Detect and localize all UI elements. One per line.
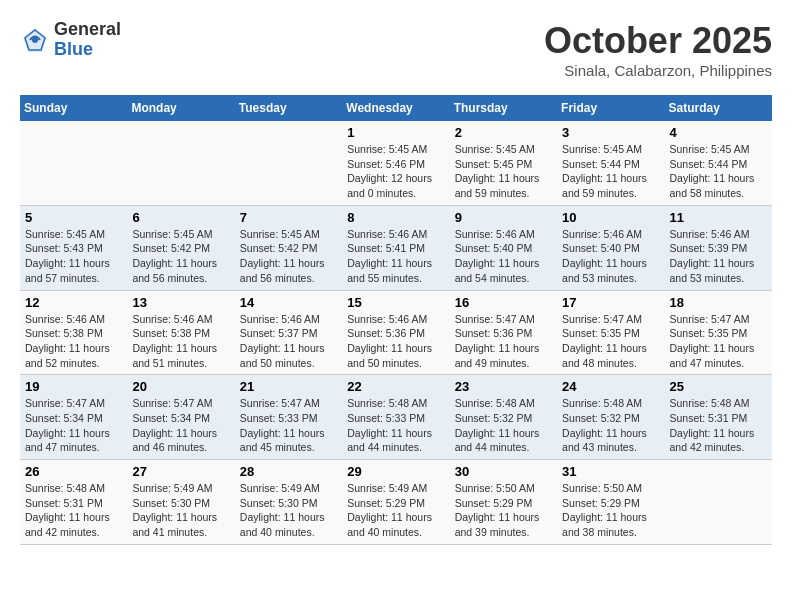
calendar-day-cell: 4Sunrise: 5:45 AM Sunset: 5:44 PM Daylig… xyxy=(665,121,772,205)
day-number: 5 xyxy=(25,210,122,225)
day-number: 2 xyxy=(455,125,552,140)
calendar-day-cell: 20Sunrise: 5:47 AM Sunset: 5:34 PM Dayli… xyxy=(127,375,234,460)
empty-day-cell xyxy=(20,121,127,205)
day-info: Sunrise: 5:46 AM Sunset: 5:40 PM Dayligh… xyxy=(562,227,659,286)
day-number: 17 xyxy=(562,295,659,310)
day-number: 13 xyxy=(132,295,229,310)
calendar-week-row: 19Sunrise: 5:47 AM Sunset: 5:34 PM Dayli… xyxy=(20,375,772,460)
calendar-day-cell: 31Sunrise: 5:50 AM Sunset: 5:29 PM Dayli… xyxy=(557,460,664,545)
day-info: Sunrise: 5:48 AM Sunset: 5:32 PM Dayligh… xyxy=(562,396,659,455)
day-info: Sunrise: 5:48 AM Sunset: 5:32 PM Dayligh… xyxy=(455,396,552,455)
day-info: Sunrise: 5:45 AM Sunset: 5:44 PM Dayligh… xyxy=(670,142,767,201)
day-number: 27 xyxy=(132,464,229,479)
weekday-header-saturday: Saturday xyxy=(665,95,772,121)
calendar-day-cell: 26Sunrise: 5:48 AM Sunset: 5:31 PM Dayli… xyxy=(20,460,127,545)
day-info: Sunrise: 5:48 AM Sunset: 5:31 PM Dayligh… xyxy=(25,481,122,540)
day-info: Sunrise: 5:49 AM Sunset: 5:30 PM Dayligh… xyxy=(132,481,229,540)
day-info: Sunrise: 5:49 AM Sunset: 5:30 PM Dayligh… xyxy=(240,481,337,540)
month-title: October 2025 xyxy=(544,20,772,62)
calendar-day-cell: 7Sunrise: 5:45 AM Sunset: 5:42 PM Daylig… xyxy=(235,205,342,290)
day-number: 18 xyxy=(670,295,767,310)
day-number: 11 xyxy=(670,210,767,225)
logo-general-text: General xyxy=(54,20,121,40)
calendar-day-cell: 15Sunrise: 5:46 AM Sunset: 5:36 PM Dayli… xyxy=(342,290,449,375)
logo-text: General Blue xyxy=(54,20,121,60)
day-number: 4 xyxy=(670,125,767,140)
calendar-day-cell: 22Sunrise: 5:48 AM Sunset: 5:33 PM Dayli… xyxy=(342,375,449,460)
day-number: 16 xyxy=(455,295,552,310)
logo-blue-text: Blue xyxy=(54,40,121,60)
calendar-day-cell: 13Sunrise: 5:46 AM Sunset: 5:38 PM Dayli… xyxy=(127,290,234,375)
day-number: 21 xyxy=(240,379,337,394)
weekday-header-tuesday: Tuesday xyxy=(235,95,342,121)
empty-day-cell xyxy=(665,460,772,545)
day-number: 10 xyxy=(562,210,659,225)
day-number: 19 xyxy=(25,379,122,394)
day-info: Sunrise: 5:49 AM Sunset: 5:29 PM Dayligh… xyxy=(347,481,444,540)
calendar-day-cell: 21Sunrise: 5:47 AM Sunset: 5:33 PM Dayli… xyxy=(235,375,342,460)
day-info: Sunrise: 5:46 AM Sunset: 5:37 PM Dayligh… xyxy=(240,312,337,371)
day-info: Sunrise: 5:47 AM Sunset: 5:35 PM Dayligh… xyxy=(670,312,767,371)
calendar-week-row: 26Sunrise: 5:48 AM Sunset: 5:31 PM Dayli… xyxy=(20,460,772,545)
location-subtitle: Sinala, Calabarzon, Philippines xyxy=(544,62,772,79)
calendar-day-cell: 5Sunrise: 5:45 AM Sunset: 5:43 PM Daylig… xyxy=(20,205,127,290)
day-info: Sunrise: 5:46 AM Sunset: 5:41 PM Dayligh… xyxy=(347,227,444,286)
day-number: 23 xyxy=(455,379,552,394)
day-number: 12 xyxy=(25,295,122,310)
calendar-day-cell: 30Sunrise: 5:50 AM Sunset: 5:29 PM Dayli… xyxy=(450,460,557,545)
calendar-day-cell: 18Sunrise: 5:47 AM Sunset: 5:35 PM Dayli… xyxy=(665,290,772,375)
day-number: 30 xyxy=(455,464,552,479)
day-number: 15 xyxy=(347,295,444,310)
day-info: Sunrise: 5:47 AM Sunset: 5:34 PM Dayligh… xyxy=(25,396,122,455)
day-info: Sunrise: 5:45 AM Sunset: 5:42 PM Dayligh… xyxy=(132,227,229,286)
weekday-header-thursday: Thursday xyxy=(450,95,557,121)
calendar-day-cell: 23Sunrise: 5:48 AM Sunset: 5:32 PM Dayli… xyxy=(450,375,557,460)
empty-day-cell xyxy=(235,121,342,205)
weekday-header-friday: Friday xyxy=(557,95,664,121)
day-info: Sunrise: 5:47 AM Sunset: 5:33 PM Dayligh… xyxy=(240,396,337,455)
calendar-day-cell: 12Sunrise: 5:46 AM Sunset: 5:38 PM Dayli… xyxy=(20,290,127,375)
calendar-day-cell: 19Sunrise: 5:47 AM Sunset: 5:34 PM Dayli… xyxy=(20,375,127,460)
calendar-week-row: 12Sunrise: 5:46 AM Sunset: 5:38 PM Dayli… xyxy=(20,290,772,375)
svg-point-2 xyxy=(32,37,38,43)
day-number: 9 xyxy=(455,210,552,225)
day-number: 1 xyxy=(347,125,444,140)
calendar-day-cell: 25Sunrise: 5:48 AM Sunset: 5:31 PM Dayli… xyxy=(665,375,772,460)
calendar-day-cell: 6Sunrise: 5:45 AM Sunset: 5:42 PM Daylig… xyxy=(127,205,234,290)
day-number: 6 xyxy=(132,210,229,225)
day-number: 14 xyxy=(240,295,337,310)
day-info: Sunrise: 5:48 AM Sunset: 5:31 PM Dayligh… xyxy=(670,396,767,455)
calendar-day-cell: 14Sunrise: 5:46 AM Sunset: 5:37 PM Dayli… xyxy=(235,290,342,375)
calendar-week-row: 5Sunrise: 5:45 AM Sunset: 5:43 PM Daylig… xyxy=(20,205,772,290)
day-number: 25 xyxy=(670,379,767,394)
day-number: 24 xyxy=(562,379,659,394)
calendar-day-cell: 2Sunrise: 5:45 AM Sunset: 5:45 PM Daylig… xyxy=(450,121,557,205)
weekday-header-row: SundayMondayTuesdayWednesdayThursdayFrid… xyxy=(20,95,772,121)
calendar-day-cell: 9Sunrise: 5:46 AM Sunset: 5:40 PM Daylig… xyxy=(450,205,557,290)
day-number: 31 xyxy=(562,464,659,479)
day-info: Sunrise: 5:45 AM Sunset: 5:45 PM Dayligh… xyxy=(455,142,552,201)
title-block: October 2025 Sinala, Calabarzon, Philipp… xyxy=(544,20,772,79)
calendar-day-cell: 1Sunrise: 5:45 AM Sunset: 5:46 PM Daylig… xyxy=(342,121,449,205)
day-info: Sunrise: 5:48 AM Sunset: 5:33 PM Dayligh… xyxy=(347,396,444,455)
calendar-day-cell: 17Sunrise: 5:47 AM Sunset: 5:35 PM Dayli… xyxy=(557,290,664,375)
day-info: Sunrise: 5:47 AM Sunset: 5:35 PM Dayligh… xyxy=(562,312,659,371)
day-info: Sunrise: 5:45 AM Sunset: 5:46 PM Dayligh… xyxy=(347,142,444,201)
day-info: Sunrise: 5:47 AM Sunset: 5:34 PM Dayligh… xyxy=(132,396,229,455)
calendar-table: SundayMondayTuesdayWednesdayThursdayFrid… xyxy=(20,95,772,545)
day-number: 7 xyxy=(240,210,337,225)
day-info: Sunrise: 5:45 AM Sunset: 5:43 PM Dayligh… xyxy=(25,227,122,286)
calendar-day-cell: 11Sunrise: 5:46 AM Sunset: 5:39 PM Dayli… xyxy=(665,205,772,290)
day-number: 8 xyxy=(347,210,444,225)
calendar-day-cell: 3Sunrise: 5:45 AM Sunset: 5:44 PM Daylig… xyxy=(557,121,664,205)
day-number: 3 xyxy=(562,125,659,140)
day-info: Sunrise: 5:46 AM Sunset: 5:40 PM Dayligh… xyxy=(455,227,552,286)
day-info: Sunrise: 5:46 AM Sunset: 5:39 PM Dayligh… xyxy=(670,227,767,286)
empty-day-cell xyxy=(127,121,234,205)
day-info: Sunrise: 5:47 AM Sunset: 5:36 PM Dayligh… xyxy=(455,312,552,371)
logo-icon xyxy=(20,25,50,55)
page-header: General Blue October 2025 Sinala, Calaba… xyxy=(20,20,772,79)
day-info: Sunrise: 5:46 AM Sunset: 5:38 PM Dayligh… xyxy=(132,312,229,371)
calendar-day-cell: 29Sunrise: 5:49 AM Sunset: 5:29 PM Dayli… xyxy=(342,460,449,545)
day-info: Sunrise: 5:46 AM Sunset: 5:38 PM Dayligh… xyxy=(25,312,122,371)
